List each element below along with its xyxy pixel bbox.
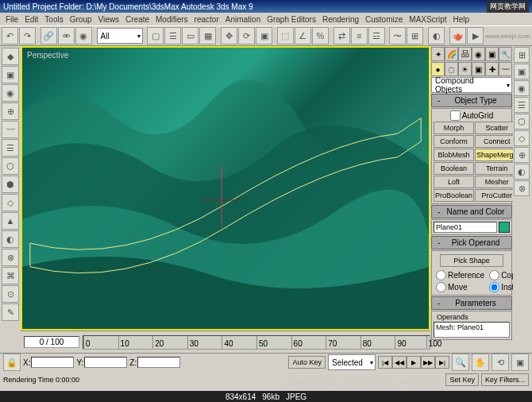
tool-icon[interactable]: ⌘ [2, 267, 19, 284]
time-slider[interactable]: 0 10 20 30 40 50 60 70 80 90 100 [83, 335, 430, 350]
tool-icon[interactable]: 〰 [2, 121, 19, 138]
menu-file[interactable]: File [3, 14, 21, 25]
obj-type-terrain[interactable]: Terrain [475, 162, 513, 175]
layers-icon[interactable]: ☲ [368, 27, 385, 44]
x-input[interactable] [31, 357, 74, 368]
select-region-icon[interactable]: ▭ [182, 27, 199, 44]
rtool-icon[interactable]: ⊗ [514, 180, 530, 196]
color-swatch[interactable] [499, 222, 510, 233]
menu-graph[interactable]: Graph Editors [264, 14, 318, 25]
copy-radio[interactable] [489, 270, 499, 280]
bind-icon[interactable]: ◉ [75, 27, 92, 44]
tool-icon[interactable]: ⬢ [2, 176, 19, 193]
menu-customize[interactable]: Customize [363, 14, 405, 25]
pick-operand-rollout[interactable]: -Pick Operand [431, 236, 512, 249]
rtool-icon[interactable]: ⊞ [514, 47, 530, 63]
link-icon[interactable]: 🔗 [40, 27, 57, 44]
align-icon[interactable]: ≡ [351, 27, 368, 44]
zoom-icon[interactable]: 🔍 [452, 354, 469, 371]
obj-type-mesher[interactable]: Mesher [475, 176, 513, 188]
next-frame-icon[interactable]: ▶▶ [421, 356, 435, 369]
tool-icon[interactable]: ▲ [2, 212, 19, 230]
menu-reactor[interactable]: reactor [192, 14, 222, 25]
move-radio[interactable] [436, 282, 446, 292]
object-name-input[interactable]: Plane01 [434, 222, 497, 233]
obj-type-loft[interactable]: Loft [434, 176, 474, 188]
autogrid-checkbox[interactable] [450, 110, 461, 121]
tool-icon[interactable]: ⊙ [2, 285, 19, 303]
space-tab-icon[interactable]: 〰 [499, 62, 512, 76]
menu-create[interactable]: Create [123, 14, 152, 25]
select-icon[interactable]: ▢ [147, 27, 164, 44]
scale-icon[interactable]: ▣ [256, 27, 272, 44]
obj-type-conform[interactable]: Conform [434, 135, 474, 148]
object-type-rollout[interactable]: -Object Type [431, 94, 512, 107]
snap-icon[interactable]: ⬚ [277, 27, 294, 44]
rotate-icon[interactable]: ⟳ [238, 27, 255, 44]
pick-shape-button[interactable]: Pick Shape [440, 254, 503, 267]
menu-group[interactable]: Group [67, 14, 94, 25]
goto-end-icon[interactable]: ▶| [435, 356, 449, 369]
reactor-icon[interactable]: ◆ [2, 48, 19, 65]
obj-type-procutter[interactable]: ProCutter [475, 189, 513, 202]
keymode-dropdown[interactable]: Selected [328, 354, 376, 370]
play-icon[interactable]: ▶ [407, 356, 421, 369]
rtool-icon[interactable]: ◉ [514, 80, 530, 96]
move-icon[interactable]: ✥ [221, 27, 237, 44]
z-input[interactable] [137, 357, 180, 368]
perspective-viewport[interactable]: Perspective [21, 46, 430, 330]
light-tab-icon[interactable]: ☀ [458, 62, 472, 76]
helper-tab-icon[interactable]: ✚ [485, 62, 499, 76]
autokey-button[interactable]: Auto Key [288, 356, 326, 369]
menu-rendering[interactable]: Rendering [320, 14, 361, 25]
name-color-rollout[interactable]: -Name and Color [431, 205, 512, 218]
parameters-rollout[interactable]: -Parameters [431, 296, 512, 310]
orbit-icon[interactable]: ⟲ [492, 354, 509, 371]
menu-tools[interactable]: Tools [42, 14, 65, 25]
selection-filter-dropdown[interactable]: All [97, 28, 143, 44]
tab-util-icon[interactable]: 🔧 [499, 47, 512, 61]
rtool-icon[interactable]: ▣ [514, 64, 530, 79]
tool-icon[interactable]: ⬡ [2, 157, 19, 175]
pan-icon[interactable]: ✋ [472, 354, 489, 371]
tool-icon[interactable]: ◉ [2, 84, 19, 102]
obj-type-boolean[interactable]: Boolean [434, 162, 474, 175]
tool-icon[interactable]: ⊗ [2, 249, 19, 266]
tool-icon[interactable]: ✎ [2, 303, 19, 321]
percent-snap-icon[interactable]: % [312, 27, 329, 44]
rtool-icon[interactable]: ◇ [514, 130, 530, 146]
mirror-icon[interactable]: ⇄ [333, 27, 350, 44]
render-scene-icon[interactable]: 🫖 [449, 27, 466, 44]
tool-icon[interactable]: ☰ [2, 139, 19, 157]
setkey-button[interactable]: Set Key [445, 373, 479, 386]
obj-type-proboolean[interactable]: ProBoolean [434, 189, 474, 202]
menu-animation[interactable]: Animation [223, 14, 263, 25]
instance-radio[interactable] [489, 282, 499, 292]
maxview-icon[interactable]: ▣ [511, 354, 529, 371]
menu-views[interactable]: Views [96, 14, 122, 25]
render-icon[interactable]: ▶ [467, 27, 484, 44]
material-icon[interactable]: ◐ [428, 27, 445, 44]
keyfilters-button[interactable]: Key Filters... [481, 373, 529, 386]
tool-icon[interactable]: ⊕ [2, 102, 19, 120]
obj-type-scatter[interactable]: Scatter [475, 122, 513, 134]
prev-frame-icon[interactable]: ◀◀ [392, 356, 407, 369]
category-dropdown[interactable]: Compound Objects [431, 77, 512, 93]
obj-type-shapemerge[interactable]: ShapeMerge [475, 149, 513, 161]
rtool-icon[interactable]: ⊕ [514, 147, 530, 163]
select-name-icon[interactable]: ☰ [164, 27, 181, 44]
undo-icon[interactable]: ↶ [2, 27, 18, 44]
window-crossing-icon[interactable]: ▦ [199, 27, 216, 44]
rtool-icon[interactable]: ☰ [514, 97, 530, 113]
geom-tab-icon[interactable]: ● [431, 62, 445, 76]
shape-tab-icon[interactable]: ◌ [445, 62, 458, 76]
schematic-icon[interactable]: ⊞ [407, 27, 423, 44]
menu-maxscript[interactable]: MAXScript [407, 14, 449, 25]
menu-modifiers[interactable]: Modifiers [153, 14, 191, 25]
tool-icon[interactable]: ◇ [2, 194, 19, 211]
tab-modify-icon[interactable]: 🌈 [445, 47, 458, 61]
redo-icon[interactable]: ↷ [19, 27, 36, 44]
tool-icon[interactable]: ◐ [2, 230, 19, 248]
tool-icon[interactable]: ▣ [2, 66, 19, 83]
lock-icon[interactable]: 🔒 [3, 354, 21, 371]
